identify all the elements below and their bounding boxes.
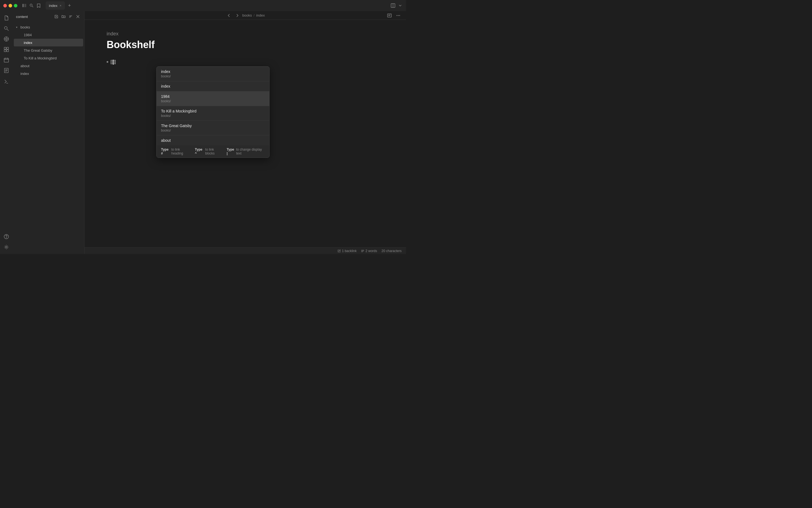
sidebar-actions: [53, 13, 81, 19]
sidebar-item-mockingbird[interactable]: To Kill a Mockingbird: [14, 54, 83, 62]
footer-hint-blocks: Type ^ to link blocks: [195, 147, 222, 155]
word-count: 2 words: [361, 249, 377, 253]
activity-bar: [0, 11, 13, 254]
svg-point-9: [5, 38, 7, 40]
dropdown-item-gatsby[interactable]: The Great Gatsby books/: [157, 121, 269, 135]
sidebar-title: content: [16, 15, 28, 19]
tab-index[interactable]: index ×: [46, 1, 65, 10]
activity-calendar-icon[interactable]: [2, 55, 11, 65]
activity-blocks-icon[interactable]: [2, 45, 11, 54]
new-folder-icon[interactable]: [60, 13, 66, 19]
tab-label: index: [49, 4, 57, 8]
statusbar: 1 backlink 2 words 20 characters: [85, 247, 406, 254]
dropdown-item-1984[interactable]: 1984 books/: [157, 91, 269, 106]
activity-search-icon[interactable]: [2, 24, 11, 33]
breadcrumb-sep: /: [253, 13, 255, 17]
sidebar: content: [13, 11, 85, 254]
minimize-button[interactable]: [9, 4, 12, 7]
svg-rect-0: [22, 4, 24, 7]
sidebar-item-about[interactable]: about: [14, 62, 83, 70]
bookmark-icon[interactable]: [36, 3, 41, 8]
dropdown-item-index-books[interactable]: index books/: [157, 67, 269, 81]
svg-line-7: [7, 29, 9, 31]
svg-rect-18: [4, 58, 9, 62]
breadcrumb: books / index: [85, 11, 406, 20]
titlebar-left-icons: [22, 3, 41, 8]
dropdown-item-index[interactable]: index: [157, 81, 269, 91]
new-note-icon[interactable]: [53, 13, 59, 19]
activity-bottom: [2, 232, 11, 252]
sort-icon[interactable]: [68, 13, 74, 19]
footer-hint-heading: Type # to link heading: [161, 147, 191, 155]
svg-point-29: [5, 246, 7, 248]
sidebar-toggle-icon[interactable]: [22, 3, 27, 8]
sidebar-item-index-root[interactable]: index: [14, 70, 83, 77]
chevron-down-icon[interactable]: [398, 3, 403, 8]
char-count: 20 characters: [381, 249, 401, 253]
page-title: Bookshelf: [107, 39, 384, 51]
breadcrumb-books: books: [242, 13, 252, 17]
sidebar-item-books[interactable]: ▾ books: [14, 23, 83, 31]
bullet-line: [[]]: [107, 59, 384, 65]
sidebar-item-index-books[interactable]: index: [14, 39, 83, 46]
more-options-icon[interactable]: [395, 12, 401, 19]
editor-text: [[]]: [110, 59, 116, 65]
sidebar-tree: ▾ books 1984 index The Great Gatsby To K: [13, 22, 84, 254]
backlink-count: 1 backlink: [337, 249, 356, 253]
svg-point-42: [397, 15, 397, 16]
bullet-icon: [107, 61, 108, 63]
svg-line-45: [339, 250, 340, 251]
activity-files-icon[interactable]: [2, 13, 11, 23]
close-sidebar-icon[interactable]: [75, 13, 81, 19]
layout-icon[interactable]: [390, 3, 395, 8]
maximize-button[interactable]: [14, 4, 17, 7]
svg-point-6: [4, 27, 7, 29]
nav-back-button[interactable]: [226, 12, 232, 19]
app-layout: content: [0, 11, 406, 254]
svg-point-2: [30, 4, 32, 6]
svg-point-28: [6, 238, 7, 238]
svg-rect-16: [4, 50, 6, 52]
page-subtitle: index: [107, 31, 384, 37]
link-dropdown: index books/ index 1984 books/ To Kill a…: [156, 66, 270, 158]
editor-content[interactable]: index Bookshelf [[]] index books/ index: [85, 20, 406, 247]
chevron-down-icon: ▾: [16, 26, 20, 29]
svg-line-3: [32, 6, 33, 7]
close-button[interactable]: [3, 4, 7, 7]
dropdown-footer: Type # to link heading Type ^ to link bl…: [157, 145, 269, 158]
titlebar: index × +: [0, 0, 406, 11]
nav-forward-button[interactable]: [234, 12, 241, 19]
activity-pages-icon[interactable]: [2, 66, 11, 75]
tab-close-icon[interactable]: ×: [60, 4, 61, 7]
svg-rect-14: [4, 47, 6, 49]
footer-hint-display: Type | to change display text: [227, 147, 265, 155]
editor-area: books / index: [85, 11, 406, 254]
dropdown-item-about[interactable]: about: [157, 135, 269, 145]
svg-rect-15: [7, 47, 9, 49]
activity-graph-icon[interactable]: [2, 34, 11, 44]
sidebar-item-1984[interactable]: 1984: [14, 31, 83, 39]
dropdown-item-mockingbird[interactable]: To Kill a Mockingbird books/: [157, 106, 269, 121]
reader-mode-icon[interactable]: [386, 12, 393, 19]
svg-rect-39: [387, 14, 391, 17]
search-icon[interactable]: [29, 3, 34, 8]
sidebar-header: content: [13, 11, 84, 22]
cursor: [113, 60, 113, 65]
new-tab-button[interactable]: +: [66, 2, 73, 9]
svg-rect-17: [7, 50, 9, 52]
svg-rect-1: [24, 4, 26, 7]
activity-help-icon[interactable]: [2, 232, 11, 241]
tabs-area: index × +: [46, 1, 388, 10]
activity-settings-icon[interactable]: [2, 242, 11, 252]
breadcrumb-index: index: [256, 13, 265, 17]
sidebar-item-great-gatsby[interactable]: The Great Gatsby: [14, 46, 83, 54]
traffic-lights: [3, 4, 17, 7]
titlebar-right: [390, 3, 403, 8]
svg-point-44: [399, 15, 400, 16]
activity-terminal-icon[interactable]: [2, 76, 11, 86]
svg-point-43: [398, 15, 399, 16]
